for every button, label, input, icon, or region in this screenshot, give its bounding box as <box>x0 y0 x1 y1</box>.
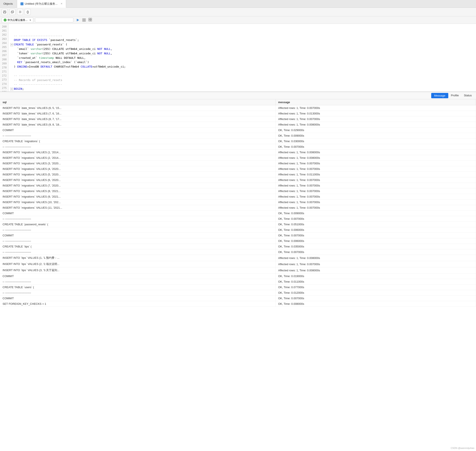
code-line: −CREATE TABLE `password_resets` ( <box>10 42 474 47</box>
code-line: `email` varchar(255) COLLATE utf8mb4_uni… <box>10 47 474 51</box>
svg-marker-8 <box>77 19 79 21</box>
table-row[interactable]: -- ----------------------------OK, Time:… <box>0 144 476 150</box>
code-line: -- -------------------------- <box>10 82 474 87</box>
table-row[interactable]: -- ----------------------------OK, Time:… <box>0 249 476 255</box>
table-row[interactable]: -- ----------------------------OK, Time:… <box>0 216 476 222</box>
tab-status[interactable]: Status <box>461 93 474 99</box>
code-line: −BEGIN; <box>10 87 474 91</box>
code-editor[interactable]: 2602612622632642652662672682692702712722… <box>0 24 476 91</box>
result-table: sql message INSERT INTO `date_times` VAL… <box>0 99 476 307</box>
code-line: -- -------------------------- <box>10 34 474 38</box>
table-row[interactable]: INSERT INTO `migrations` VALUES (11, '20… <box>0 205 476 211</box>
svg-rect-12 <box>90 20 92 21</box>
code-line: -- Records of password_resets <box>10 78 474 82</box>
svg-rect-10 <box>90 18 92 19</box>
code-line: -- -------------------------- <box>10 74 474 78</box>
table-row[interactable]: -- ----------------------------OK, Time:… <box>0 133 476 138</box>
result-tabs: Message Profile Status <box>0 92 476 99</box>
table-row[interactable]: -- ----------------------------OK, Time:… <box>0 238 476 244</box>
table-row[interactable]: INSERT INTO `date_times` VALUES (9, 8, '… <box>0 122 476 127</box>
bottom-panel: Message Profile Status sql message INSER… <box>0 92 476 451</box>
run-button[interactable] <box>75 17 81 23</box>
database-input[interactable] <box>35 18 73 22</box>
grid-icon <box>88 18 92 22</box>
grid-button[interactable] <box>88 17 93 23</box>
connection-status-icon <box>4 19 6 22</box>
svg-rect-11 <box>89 20 90 21</box>
line-numbers: 2602612622632642652662672682692702712722… <box>0 24 8 91</box>
watermark-text: CSDN @wannreijuhao <box>451 447 474 449</box>
format-icon <box>18 10 22 14</box>
connection-selector[interactable]: 华为云耀云服务... ▼ <box>2 18 33 23</box>
code-line: COMMIT; <box>10 91 474 91</box>
table-row[interactable]: INSERT INTO `migrations` VALUES (9, '202… <box>0 194 476 200</box>
fold-marker[interactable]: − <box>10 88 13 91</box>
main-container: 2602612622632642652662672682692702712722… <box>0 24 476 451</box>
connection-name: 华为云耀云服务... <box>7 18 27 22</box>
svg-rect-9 <box>89 18 90 19</box>
table-row[interactable]: INSERT INTO `migrations` VALUES (2, '201… <box>0 155 476 161</box>
copy-structure-button[interactable] <box>9 9 15 15</box>
table-row[interactable]: CREATE TABLE `tips` (OK, Time: 0.035000s <box>0 244 476 249</box>
col-sql: sql <box>0 99 276 105</box>
table-row[interactable]: INSERT INTO `migrations` VALUES (5, '202… <box>0 172 476 177</box>
svg-rect-3 <box>12 11 14 13</box>
table-row[interactable]: SET FOREIGN_KEY_CHECKS = 1OK, Time: 0.00… <box>0 301 476 307</box>
table-row[interactable]: INSERT INTO `migrations` VALUES (10, '20… <box>0 200 476 205</box>
svg-rect-1 <box>4 11 5 12</box>
function-label: () <box>27 10 29 14</box>
tab-profile[interactable]: Profile <box>448 93 461 99</box>
table-row[interactable]: INSERT INTO `migrations` VALUES (8, '202… <box>0 188 476 194</box>
table-row[interactable]: -- ----------------------------OK, Time:… <box>0 279 476 285</box>
table-row[interactable]: INSERT INTO `migrations` VALUES (3, '202… <box>0 161 476 166</box>
table-row[interactable]: COMMITOK, Time: 0.007000s <box>0 233 476 238</box>
connection-bar: 华为云耀云服务... ▼ <box>0 16 476 24</box>
table-row[interactable]: INSERT INTO `migrations` VALUES (4, '202… <box>0 166 476 172</box>
tab-objects[interactable]: Objects <box>0 0 17 7</box>
table-row[interactable]: INSERT INTO `date_times` VALUES (7, 6, '… <box>0 111 476 116</box>
code-line: ) ENGINE=InnoDB DEFAULT CHARSET=utf8mb4 … <box>10 65 474 69</box>
editor-pane: 2602612622632642652662672682692702712722… <box>0 24 476 92</box>
table-row[interactable]: COMMITOK, Time: 0.009000s <box>0 211 476 216</box>
save-button[interactable] <box>2 9 8 15</box>
tab-file-icon <box>20 2 24 5</box>
table-row[interactable]: INSERT INTO `migrations` VALUES (6, '202… <box>0 177 476 183</box>
code-line: `token` varchar(255) COLLATE utf8mb4_uni… <box>10 51 474 56</box>
table-row[interactable]: -- ----------------------------OK, Time:… <box>0 227 476 233</box>
tab-bar: Objects Untitled (华为云耀云服务... ✕ <box>0 0 476 8</box>
col-message: message <box>276 99 476 105</box>
function-button[interactable]: () <box>25 9 31 15</box>
code-line: `created_at` timestamp NULL DEFAULT NULL… <box>10 56 474 60</box>
table-row[interactable]: INSERT INTO `date_times` VALUES (8, 7, '… <box>0 116 476 122</box>
code-content[interactable]: -- --------------------------DROP TABLE … <box>8 24 476 91</box>
table-row[interactable]: INSERT INTO `tips` VALUES (1, '1.预约费：...… <box>0 255 476 261</box>
table-row[interactable]: INSERT INTO `migrations` VALUES (1, '201… <box>0 150 476 155</box>
svg-rect-2 <box>4 12 6 13</box>
table-row[interactable]: -- ----------------------------OK, Time:… <box>0 290 476 296</box>
fold-marker[interactable]: − <box>10 43 13 46</box>
table-row[interactable]: CREATE TABLE `users` (OK, Time: 0.077000… <box>0 285 476 290</box>
toolbar: () <box>0 8 476 16</box>
tab-close-btn[interactable]: ✕ <box>61 2 63 5</box>
table-row[interactable]: INSERT INTO `tips` VALUES (3, '3.关于返到...… <box>0 267 476 273</box>
table-row[interactable]: CREATE TABLE `password_resets` (OK, Time… <box>0 222 476 227</box>
copy-icon <box>11 10 14 14</box>
tab-untitled-label: Untitled (华为云耀云服务... <box>25 2 57 6</box>
table-row[interactable]: COMMITOK, Time: 0.007000s <box>0 296 476 301</box>
table-row[interactable]: INSERT INTO `migrations` VALUES (7, '202… <box>0 183 476 188</box>
code-line <box>10 69 474 74</box>
tab-objects-label: Objects <box>3 2 13 5</box>
table-row[interactable]: CREATE TABLE `migrations` (OK, Time: 0.0… <box>0 138 476 144</box>
table-row[interactable]: INSERT INTO `tips` VALUES (2, '2.场次说明...… <box>0 261 476 267</box>
table-row[interactable]: COMMITOK, Time: 0.029000s <box>0 127 476 133</box>
save-icon <box>3 10 6 14</box>
watermark: CSDN @wannreijuhao <box>451 447 474 449</box>
tab-untitled[interactable]: Untitled (华为云耀云服务... ✕ <box>17 0 66 8</box>
code-line: KEY `password_resets_email_index` (`emai… <box>10 60 474 65</box>
table-row[interactable]: INSERT INTO `date_times` VALUES (6, 5, '… <box>0 105 476 111</box>
result-table-container[interactable]: sql message INSERT INTO `date_times` VAL… <box>0 99 476 451</box>
format-button[interactable] <box>17 9 23 15</box>
stop-button[interactable] <box>82 18 86 22</box>
tab-message[interactable]: Message <box>431 93 449 98</box>
table-row[interactable]: COMMITOK, Time: 0.019000s <box>0 273 476 279</box>
